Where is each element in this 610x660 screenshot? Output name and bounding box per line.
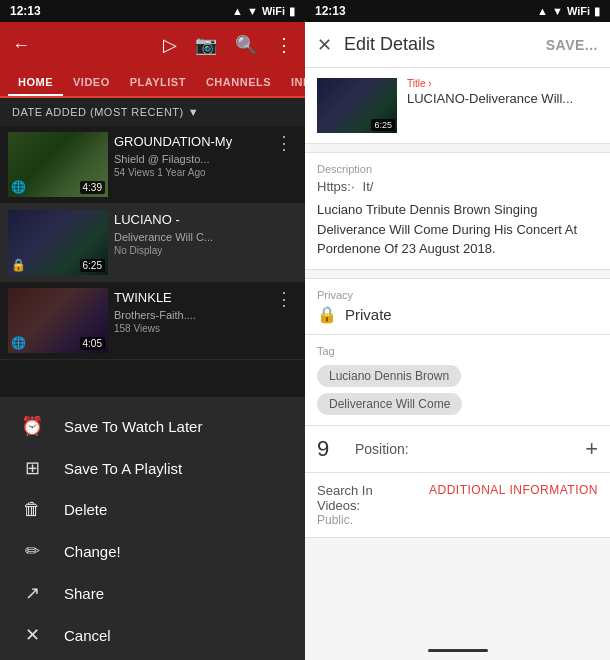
video-menu-twinkle[interactable]: ⋮: [271, 288, 297, 310]
left-panel: 12:13 ▲ ▼ WiFi ▮ ← ▷ 📷 🔍 ⋮ HOME VIDEO PL…: [0, 0, 305, 660]
duration-twinkle: 4:05: [80, 337, 105, 350]
thumbnail-groundation: 4:39 🌐: [8, 132, 108, 197]
menu-label-change: Change!: [64, 543, 121, 560]
globe-icon: 🌐: [11, 180, 26, 194]
search-icon[interactable]: 🔍: [235, 34, 257, 56]
menu-label-playlist: Save To A Playlist: [64, 460, 182, 477]
position-plus-button[interactable]: +: [585, 436, 598, 462]
menu-item-share[interactable]: ↗ Share: [0, 572, 305, 614]
video-item-groundation[interactable]: 4:39 🌐 GROUNDATION-My Shield @ Filagsto.…: [0, 126, 305, 204]
video-subtitle-twinkle: Brothers-Faith....: [114, 309, 265, 321]
status-icons-left: ▲ ▼ WiFi ▮: [232, 5, 295, 18]
sort-bar[interactable]: DATE ADDED (MOST RECENT) ▼: [0, 98, 305, 126]
bottom-menu: ⏰ Save To Watch Later ⊞ Save To A Playli…: [0, 397, 305, 660]
more-icon[interactable]: ⋮: [275, 34, 293, 56]
privacy-row: 🔒 Private: [317, 305, 598, 324]
video-meta-twinkle: 158 Views: [114, 323, 265, 334]
menu-item-watch-later[interactable]: ⏰ Save To Watch Later: [0, 405, 305, 447]
menu-item-change[interactable]: ✏ Change!: [0, 530, 305, 572]
video-subtitle-groundation: Shield @ Filagsto...: [114, 153, 265, 165]
status-icons-right: ▲ ▼ WiFi ▮: [537, 5, 600, 18]
tags-section: Tag Luciano Dennis Brown Deliverance Wil…: [305, 335, 610, 426]
home-indicator: [428, 649, 488, 652]
available-row: Search In Videos: Public. ADDITIONAL INF…: [317, 483, 598, 527]
status-bar-right: 12:13 ▲ ▼ WiFi ▮: [305, 0, 610, 22]
video-item-twinkle[interactable]: 4:05 🌐 TWINKLE Brothers-Faith.... 158 Vi…: [0, 282, 305, 360]
available-left: Search In Videos: Public.: [317, 483, 419, 527]
time-left: 12:13: [10, 4, 41, 18]
description-section: Description Https:· It/ Luciano Tribute …: [305, 152, 610, 270]
menu-item-cancel[interactable]: ✕ Cancel: [0, 614, 305, 656]
privacy-label: Privacy: [317, 289, 598, 301]
tag-chip-deliverance[interactable]: Deliverance Will Come: [317, 393, 462, 415]
available-sub: Public.: [317, 513, 419, 527]
nav-tabs: HOME VIDEO PLAYLIST CHANNELS INFOR...: [0, 68, 305, 98]
video-title-luciano: LUCIANO -: [114, 212, 291, 229]
video-preview-section: 6:25 Title › LUCIANO-Deliverance Will...: [305, 68, 610, 144]
close-button[interactable]: ✕: [317, 34, 332, 56]
position-label: Position:: [355, 441, 577, 457]
video-subtitle-luciano: Deliverance Will C...: [114, 231, 291, 243]
status-bar-left: 12:13 ▲ ▼ WiFi ▮: [0, 0, 305, 22]
menu-item-delete[interactable]: 🗑 Delete: [0, 489, 305, 530]
preview-thumbnail: 6:25: [317, 78, 397, 133]
tab-home[interactable]: HOME: [8, 68, 63, 96]
tags-container: Luciano Dennis Brown Deliverance Will Co…: [317, 365, 598, 415]
description-text: Luciano Tribute Dennis Brown Singing Del…: [317, 200, 598, 259]
cast-icon[interactable]: ▷: [163, 34, 177, 56]
edit-header: ✕ Edit Details SAVE...: [305, 22, 610, 68]
watch-later-icon: ⏰: [20, 415, 44, 437]
playlist-icon: ⊞: [20, 457, 44, 479]
video-meta-groundation: 54 Views 1 Year Ago: [114, 167, 265, 178]
description-label: Description: [317, 163, 598, 175]
sort-arrow-icon: ▼: [188, 106, 199, 118]
right-panel: 12:13 ▲ ▼ WiFi ▮ ✕ Edit Details SAVE... …: [305, 0, 610, 660]
tab-video[interactable]: VIDEO: [63, 68, 120, 96]
video-title-groundation: GROUNDATION-My: [114, 134, 265, 151]
tab-info[interactable]: INFOR...: [281, 68, 305, 96]
menu-label-watch-later: Save To Watch Later: [64, 418, 202, 435]
edit-details-title: Edit Details: [344, 34, 534, 55]
tab-playlist[interactable]: PLAYLIST: [120, 68, 196, 96]
tab-channels[interactable]: CHANNELS: [196, 68, 281, 96]
lock-icon: 🔒: [11, 258, 26, 272]
tag-chip-luciano[interactable]: Luciano Dennis Brown: [317, 365, 461, 387]
menu-item-playlist[interactable]: ⊞ Save To A Playlist: [0, 447, 305, 489]
back-icon[interactable]: ←: [12, 35, 30, 56]
menu-label-cancel: Cancel: [64, 627, 111, 644]
cancel-icon: ✕: [20, 624, 44, 646]
edit-content: 6:25 Title › LUCIANO-Deliverance Will...…: [305, 68, 610, 640]
save-button[interactable]: SAVE...: [546, 37, 598, 53]
tags-label: Tag: [317, 345, 598, 357]
available-main: Search In Videos:: [317, 483, 419, 513]
globe-icon-twinkle: 🌐: [11, 336, 26, 350]
video-item-luciano[interactable]: 6:25 🔒 LUCIANO - Deliverance Will C... N…: [0, 204, 305, 282]
video-meta-luciano: No Display: [114, 245, 291, 256]
additional-information-button[interactable]: ADDITIONAL INFORMATION: [429, 483, 598, 497]
thumbnail-twinkle: 4:05 🌐: [8, 288, 108, 353]
video-icon[interactable]: 📷: [195, 34, 217, 56]
duration-groundation: 4:39: [80, 181, 105, 194]
position-number: 9: [317, 436, 347, 462]
preview-duration: 6:25: [371, 119, 395, 131]
position-section: 9 Position: +: [305, 426, 610, 473]
video-info-luciano: LUCIANO - Deliverance Will C... No Displ…: [108, 210, 297, 258]
sort-label: DATE ADDED (MOST RECENT): [12, 106, 184, 118]
title-label: Title ›: [407, 78, 598, 89]
thumbnail-luciano: 6:25 🔒: [8, 210, 108, 275]
preview-info: Title › LUCIANO-Deliverance Will...: [407, 78, 598, 108]
menu-label-share: Share: [64, 585, 104, 602]
top-bar-left: ← ▷ 📷 🔍 ⋮: [0, 22, 305, 68]
preview-video-title: LUCIANO-Deliverance Will...: [407, 91, 598, 108]
change-icon: ✏: [20, 540, 44, 562]
https-value: It/: [363, 179, 374, 194]
delete-icon: 🗑: [20, 499, 44, 520]
menu-label-delete: Delete: [64, 501, 107, 518]
privacy-section: Privacy 🔒 Private: [305, 278, 610, 335]
privacy-lock-icon: 🔒: [317, 305, 337, 324]
video-info-twinkle: TWINKLE Brothers-Faith.... 158 Views: [108, 288, 271, 336]
duration-luciano: 6:25: [80, 259, 105, 272]
video-menu-groundation[interactable]: ⋮: [271, 132, 297, 154]
privacy-value: Private: [345, 306, 392, 323]
time-right: 12:13: [315, 4, 346, 18]
